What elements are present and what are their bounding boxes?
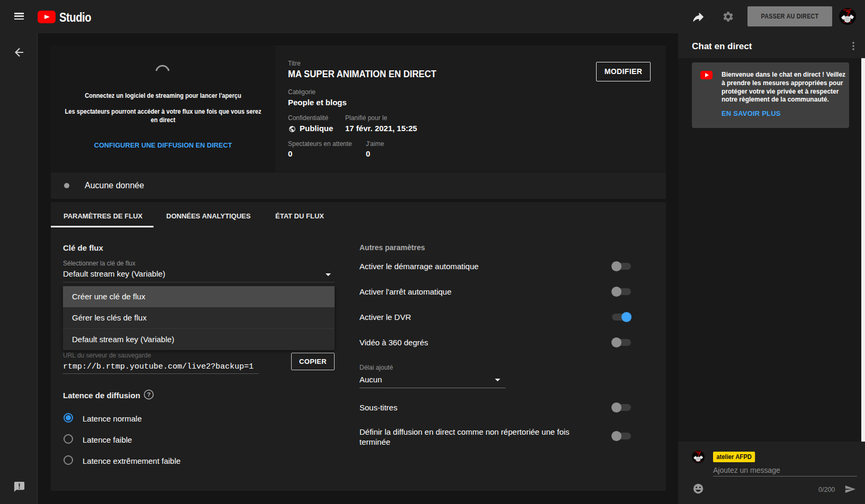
svg-text:?: ? xyxy=(147,391,150,398)
svg-text:?: ? xyxy=(697,451,700,457)
